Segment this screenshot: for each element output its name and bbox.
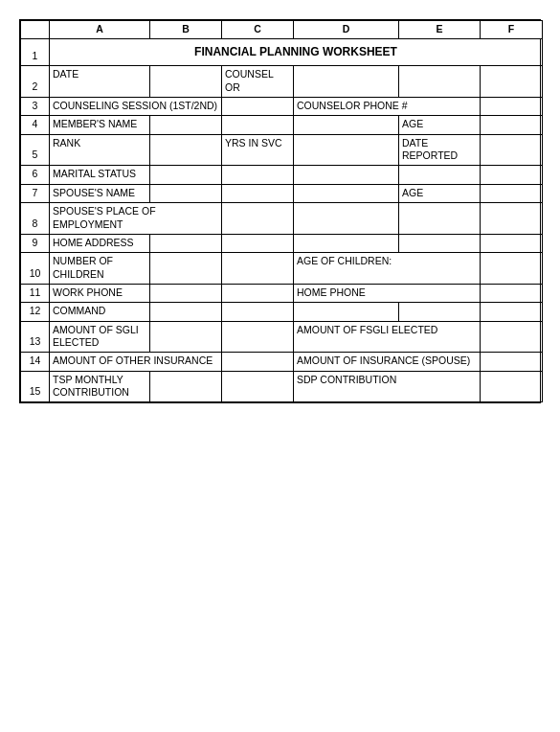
- row8-d: [294, 203, 399, 234]
- table-row: 6 MARITAL STATUS: [21, 166, 543, 185]
- table-row: 1 FINANCIAL PLANNING WORKSHEET: [21, 38, 543, 66]
- row9-c: [222, 234, 294, 253]
- table-row: 3 COUNSELING SESSION (1ST/2ND) COUNSELOR…: [21, 97, 543, 116]
- row8-c: [222, 203, 294, 234]
- row-num: 11: [21, 284, 50, 303]
- row6-c: [222, 166, 294, 185]
- row13-f: [481, 321, 543, 352]
- row6-b: [150, 166, 222, 185]
- sgli-label: AMOUNT OF SGLI ELECTED: [50, 321, 150, 352]
- table-row: 10 NUMBER OF CHILDREN AGE OF CHILDREN:: [21, 253, 543, 284]
- row2-e: [399, 66, 481, 97]
- row-num: 6: [21, 166, 50, 185]
- row3-f: [481, 97, 543, 116]
- row6-e: [399, 166, 481, 185]
- row5-d: [294, 134, 399, 165]
- row7-b: [150, 184, 222, 203]
- row15-b: [150, 371, 222, 401]
- table-row: 8 SPOUSE'S PLACE OF EMPLOYMENT: [21, 203, 543, 234]
- row-num: 8: [21, 203, 50, 234]
- column-header-row: A B C D E F: [21, 21, 543, 39]
- row2-d: [294, 66, 399, 97]
- command-label: COMMAND: [50, 303, 150, 322]
- home-phone-label: HOME PHONE: [294, 284, 481, 303]
- row4-d: [294, 116, 399, 135]
- row-num: 1: [21, 38, 50, 66]
- table-row: 9 HOME ADDRESS: [21, 234, 543, 253]
- row10-f: [481, 253, 543, 284]
- row4-f: [481, 116, 543, 135]
- row4-b: [150, 116, 222, 135]
- row7-f: [481, 184, 543, 203]
- row3-c: [222, 97, 294, 116]
- row10-b: [150, 253, 222, 284]
- rank-label: RANK: [50, 134, 150, 165]
- date-reported-label: DATE REPORTED: [399, 134, 481, 165]
- col-e-header: E: [399, 21, 481, 39]
- row-num: 15: [21, 371, 50, 401]
- table-row: 2 DATE COUNSEL OR: [21, 66, 543, 97]
- table-row: 4 MEMBER'S NAME AGE: [21, 116, 543, 135]
- age-of-children-label: AGE OF CHILDREN:: [294, 253, 481, 284]
- row-num: 13: [21, 321, 50, 352]
- row-num: 10: [21, 253, 50, 284]
- row-num: 4: [21, 116, 50, 135]
- counseling-session-label: COUNSELING SESSION (1ST/2ND): [50, 97, 222, 116]
- row2-f: [481, 66, 543, 97]
- row-num: 9: [21, 234, 50, 253]
- row10-c: [222, 253, 294, 284]
- row2-b: [150, 66, 222, 97]
- members-name-label: MEMBER'S NAME: [50, 116, 150, 135]
- row9-f: [481, 234, 543, 253]
- marital-status-label: MARITAL STATUS: [50, 166, 150, 185]
- row15-c: [222, 371, 294, 401]
- spouse-insurance-label: AMOUNT OF INSURANCE (SPOUSE): [294, 353, 481, 372]
- yrs-in-svc-label: YRS IN SVC: [222, 134, 294, 165]
- table-row: 11 WORK PHONE HOME PHONE: [21, 284, 543, 303]
- table-row: 13 AMOUNT OF SGLI ELECTED AMOUNT OF FSGL…: [21, 321, 543, 352]
- spouse-age-label: AGE: [399, 184, 481, 203]
- table-row: 15 TSP MONTHLY CONTRIBUTION SDP CONTRIBU…: [21, 371, 543, 401]
- row-num: 7: [21, 184, 50, 203]
- row9-d: [294, 234, 399, 253]
- row8-f: [481, 203, 543, 234]
- row-num: 2: [21, 66, 50, 97]
- row-num: 12: [21, 303, 50, 322]
- row9-b: [150, 234, 222, 253]
- col-d-header: D: [294, 21, 399, 39]
- tsp-label: TSP MONTHLY CONTRIBUTION: [50, 371, 150, 401]
- worksheet-title: FINANCIAL PLANNING WORKSHEET: [50, 38, 543, 66]
- col-b-header: B: [150, 21, 222, 39]
- spouses-employment-label: SPOUSE'S PLACE OF EMPLOYMENT: [50, 203, 222, 234]
- counselor-label: COUNSEL OR: [222, 66, 294, 97]
- home-address-label: HOME ADDRESS: [50, 234, 150, 253]
- row-num: 3: [21, 97, 50, 116]
- table-row: 14 AMOUNT OF OTHER INSURANCE AMOUNT OF I…: [21, 353, 543, 372]
- col-c-header: C: [222, 21, 294, 39]
- col-a-header: A: [50, 21, 150, 39]
- col-num-header: [21, 21, 50, 39]
- row6-d: [294, 166, 399, 185]
- row4-c: [222, 116, 294, 135]
- row11-f: [481, 284, 543, 303]
- work-phone-label: WORK PHONE: [50, 284, 150, 303]
- age-label: AGE: [399, 116, 481, 135]
- row13-c: [222, 321, 294, 352]
- table-row: 7 SPOUSE'S NAME AGE: [21, 184, 543, 203]
- row6-f: [481, 166, 543, 185]
- row12-c: [222, 303, 294, 322]
- row14-c: [222, 353, 294, 372]
- row13-b: [150, 321, 222, 352]
- row5-f: [481, 134, 543, 165]
- spouses-name-label: SPOUSE'S NAME: [50, 184, 150, 203]
- col-f-header: F: [481, 21, 543, 39]
- date-label: DATE: [50, 66, 150, 97]
- table-row: 12 COMMAND: [21, 303, 543, 322]
- sdp-label: SDP CONTRIBUTION: [294, 371, 481, 401]
- row12-e: [399, 303, 481, 322]
- table-row: 5 RANK YRS IN SVC DATE REPORTED: [21, 134, 543, 165]
- row11-b: [150, 284, 222, 303]
- num-children-label: NUMBER OF CHILDREN: [50, 253, 150, 284]
- row7-d: [294, 184, 399, 203]
- row12-f: [481, 303, 543, 322]
